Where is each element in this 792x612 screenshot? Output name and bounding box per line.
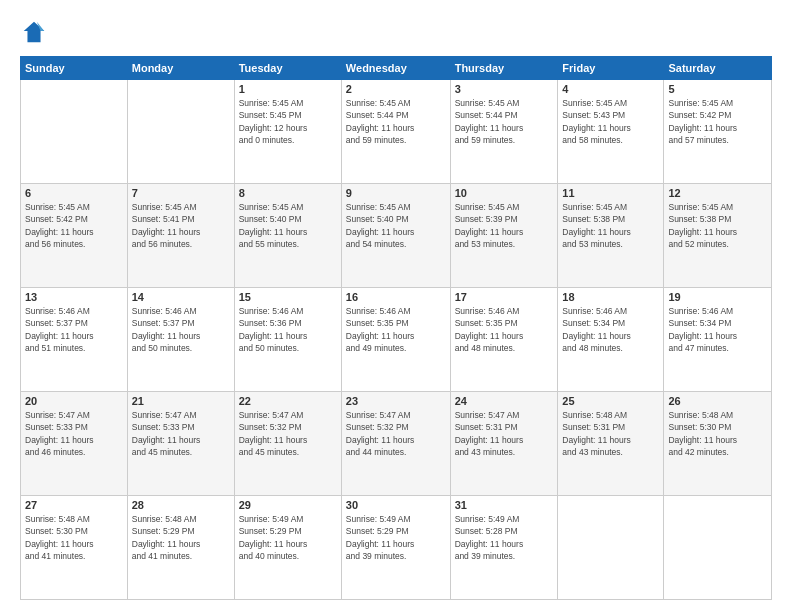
- calendar-table: SundayMondayTuesdayWednesdayThursdayFrid…: [20, 56, 772, 600]
- week-row-2: 6Sunrise: 5:45 AM Sunset: 5:42 PM Daylig…: [21, 184, 772, 288]
- calendar-cell: 16Sunrise: 5:46 AM Sunset: 5:35 PM Dayli…: [341, 288, 450, 392]
- calendar-cell: 27Sunrise: 5:48 AM Sunset: 5:30 PM Dayli…: [21, 496, 128, 600]
- calendar-cell: 29Sunrise: 5:49 AM Sunset: 5:29 PM Dayli…: [234, 496, 341, 600]
- day-number: 23: [346, 395, 446, 407]
- calendar-cell: 3Sunrise: 5:45 AM Sunset: 5:44 PM Daylig…: [450, 80, 558, 184]
- calendar-cell: 28Sunrise: 5:48 AM Sunset: 5:29 PM Dayli…: [127, 496, 234, 600]
- calendar-cell: 19Sunrise: 5:46 AM Sunset: 5:34 PM Dayli…: [664, 288, 772, 392]
- weekday-header-wednesday: Wednesday: [341, 57, 450, 80]
- day-info: Sunrise: 5:47 AM Sunset: 5:33 PM Dayligh…: [132, 409, 230, 458]
- day-info: Sunrise: 5:47 AM Sunset: 5:32 PM Dayligh…: [239, 409, 337, 458]
- weekday-header-thursday: Thursday: [450, 57, 558, 80]
- calendar-cell: 10Sunrise: 5:45 AM Sunset: 5:39 PM Dayli…: [450, 184, 558, 288]
- calendar-cell: 20Sunrise: 5:47 AM Sunset: 5:33 PM Dayli…: [21, 392, 128, 496]
- calendar-cell: 30Sunrise: 5:49 AM Sunset: 5:29 PM Dayli…: [341, 496, 450, 600]
- day-number: 2: [346, 83, 446, 95]
- calendar-cell: 2Sunrise: 5:45 AM Sunset: 5:44 PM Daylig…: [341, 80, 450, 184]
- calendar-cell: 9Sunrise: 5:45 AM Sunset: 5:40 PM Daylig…: [341, 184, 450, 288]
- day-number: 12: [668, 187, 767, 199]
- day-info: Sunrise: 5:45 AM Sunset: 5:41 PM Dayligh…: [132, 201, 230, 250]
- day-number: 15: [239, 291, 337, 303]
- day-info: Sunrise: 5:46 AM Sunset: 5:37 PM Dayligh…: [132, 305, 230, 354]
- day-number: 6: [25, 187, 123, 199]
- day-number: 28: [132, 499, 230, 511]
- day-info: Sunrise: 5:46 AM Sunset: 5:34 PM Dayligh…: [668, 305, 767, 354]
- calendar-cell: 24Sunrise: 5:47 AM Sunset: 5:31 PM Dayli…: [450, 392, 558, 496]
- weekday-row: SundayMondayTuesdayWednesdayThursdayFrid…: [21, 57, 772, 80]
- day-info: Sunrise: 5:48 AM Sunset: 5:30 PM Dayligh…: [25, 513, 123, 562]
- day-info: Sunrise: 5:45 AM Sunset: 5:44 PM Dayligh…: [455, 97, 554, 146]
- day-info: Sunrise: 5:45 AM Sunset: 5:42 PM Dayligh…: [25, 201, 123, 250]
- day-number: 14: [132, 291, 230, 303]
- day-number: 30: [346, 499, 446, 511]
- day-info: Sunrise: 5:46 AM Sunset: 5:35 PM Dayligh…: [455, 305, 554, 354]
- calendar-cell: 25Sunrise: 5:48 AM Sunset: 5:31 PM Dayli…: [558, 392, 664, 496]
- day-info: Sunrise: 5:47 AM Sunset: 5:32 PM Dayligh…: [346, 409, 446, 458]
- day-info: Sunrise: 5:45 AM Sunset: 5:42 PM Dayligh…: [668, 97, 767, 146]
- calendar-body: 1Sunrise: 5:45 AM Sunset: 5:45 PM Daylig…: [21, 80, 772, 600]
- day-info: Sunrise: 5:45 AM Sunset: 5:45 PM Dayligh…: [239, 97, 337, 146]
- calendar-cell: 21Sunrise: 5:47 AM Sunset: 5:33 PM Dayli…: [127, 392, 234, 496]
- calendar-cell: 7Sunrise: 5:45 AM Sunset: 5:41 PM Daylig…: [127, 184, 234, 288]
- day-number: 25: [562, 395, 659, 407]
- day-number: 18: [562, 291, 659, 303]
- day-info: Sunrise: 5:45 AM Sunset: 5:38 PM Dayligh…: [562, 201, 659, 250]
- calendar-cell: 4Sunrise: 5:45 AM Sunset: 5:43 PM Daylig…: [558, 80, 664, 184]
- calendar-cell: [127, 80, 234, 184]
- day-number: 19: [668, 291, 767, 303]
- calendar-cell: 12Sunrise: 5:45 AM Sunset: 5:38 PM Dayli…: [664, 184, 772, 288]
- day-number: 11: [562, 187, 659, 199]
- day-info: Sunrise: 5:46 AM Sunset: 5:34 PM Dayligh…: [562, 305, 659, 354]
- page: SundayMondayTuesdayWednesdayThursdayFrid…: [0, 0, 792, 612]
- day-number: 3: [455, 83, 554, 95]
- calendar-cell: 31Sunrise: 5:49 AM Sunset: 5:28 PM Dayli…: [450, 496, 558, 600]
- calendar-cell: [21, 80, 128, 184]
- day-number: 5: [668, 83, 767, 95]
- day-number: 4: [562, 83, 659, 95]
- day-info: Sunrise: 5:47 AM Sunset: 5:31 PM Dayligh…: [455, 409, 554, 458]
- calendar-cell: 18Sunrise: 5:46 AM Sunset: 5:34 PM Dayli…: [558, 288, 664, 392]
- day-info: Sunrise: 5:45 AM Sunset: 5:40 PM Dayligh…: [239, 201, 337, 250]
- day-number: 27: [25, 499, 123, 511]
- calendar-cell: 11Sunrise: 5:45 AM Sunset: 5:38 PM Dayli…: [558, 184, 664, 288]
- day-number: 20: [25, 395, 123, 407]
- week-row-3: 13Sunrise: 5:46 AM Sunset: 5:37 PM Dayli…: [21, 288, 772, 392]
- day-info: Sunrise: 5:45 AM Sunset: 5:38 PM Dayligh…: [668, 201, 767, 250]
- logo: [20, 18, 52, 46]
- week-row-5: 27Sunrise: 5:48 AM Sunset: 5:30 PM Dayli…: [21, 496, 772, 600]
- week-row-1: 1Sunrise: 5:45 AM Sunset: 5:45 PM Daylig…: [21, 80, 772, 184]
- day-number: 26: [668, 395, 767, 407]
- week-row-4: 20Sunrise: 5:47 AM Sunset: 5:33 PM Dayli…: [21, 392, 772, 496]
- day-number: 22: [239, 395, 337, 407]
- calendar-cell: 26Sunrise: 5:48 AM Sunset: 5:30 PM Dayli…: [664, 392, 772, 496]
- weekday-header-tuesday: Tuesday: [234, 57, 341, 80]
- calendar-cell: 15Sunrise: 5:46 AM Sunset: 5:36 PM Dayli…: [234, 288, 341, 392]
- calendar-cell: 1Sunrise: 5:45 AM Sunset: 5:45 PM Daylig…: [234, 80, 341, 184]
- day-info: Sunrise: 5:45 AM Sunset: 5:43 PM Dayligh…: [562, 97, 659, 146]
- day-number: 1: [239, 83, 337, 95]
- day-number: 17: [455, 291, 554, 303]
- day-info: Sunrise: 5:46 AM Sunset: 5:35 PM Dayligh…: [346, 305, 446, 354]
- day-info: Sunrise: 5:48 AM Sunset: 5:31 PM Dayligh…: [562, 409, 659, 458]
- day-info: Sunrise: 5:49 AM Sunset: 5:28 PM Dayligh…: [455, 513, 554, 562]
- day-info: Sunrise: 5:45 AM Sunset: 5:40 PM Dayligh…: [346, 201, 446, 250]
- weekday-header-monday: Monday: [127, 57, 234, 80]
- day-info: Sunrise: 5:45 AM Sunset: 5:44 PM Dayligh…: [346, 97, 446, 146]
- day-info: Sunrise: 5:46 AM Sunset: 5:36 PM Dayligh…: [239, 305, 337, 354]
- day-number: 8: [239, 187, 337, 199]
- weekday-header-friday: Friday: [558, 57, 664, 80]
- day-info: Sunrise: 5:46 AM Sunset: 5:37 PM Dayligh…: [25, 305, 123, 354]
- day-number: 24: [455, 395, 554, 407]
- calendar-cell: 14Sunrise: 5:46 AM Sunset: 5:37 PM Dayli…: [127, 288, 234, 392]
- day-info: Sunrise: 5:48 AM Sunset: 5:30 PM Dayligh…: [668, 409, 767, 458]
- logo-icon: [20, 18, 48, 46]
- calendar-cell: 17Sunrise: 5:46 AM Sunset: 5:35 PM Dayli…: [450, 288, 558, 392]
- calendar-cell: 23Sunrise: 5:47 AM Sunset: 5:32 PM Dayli…: [341, 392, 450, 496]
- calendar-cell: 6Sunrise: 5:45 AM Sunset: 5:42 PM Daylig…: [21, 184, 128, 288]
- calendar-cell: [558, 496, 664, 600]
- day-number: 31: [455, 499, 554, 511]
- day-number: 21: [132, 395, 230, 407]
- day-info: Sunrise: 5:49 AM Sunset: 5:29 PM Dayligh…: [239, 513, 337, 562]
- header: [20, 18, 772, 46]
- calendar-cell: [664, 496, 772, 600]
